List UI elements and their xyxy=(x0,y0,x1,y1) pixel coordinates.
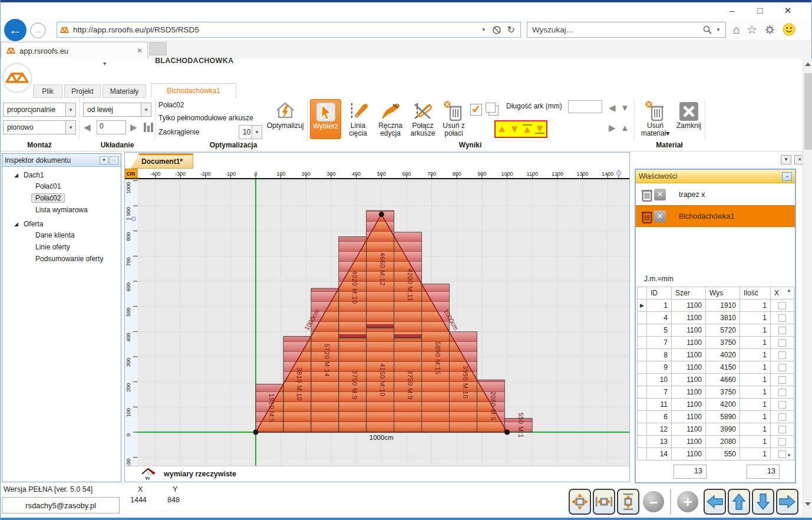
table-cell[interactable]: 3750 xyxy=(706,337,740,349)
pan-left-button[interactable] xyxy=(704,489,726,515)
search-box[interactable]: Wyszukaj... ▼ xyxy=(527,22,726,38)
tree-group-Oferta[interactable]: ◢Oferta xyxy=(14,218,121,229)
table-cell[interactable]: 1100 xyxy=(672,349,706,361)
tree-expander-icon[interactable]: ◢ xyxy=(14,221,24,227)
chevron-down-icon[interactable]: ▼ xyxy=(141,103,151,116)
table-cell[interactable]: 1 xyxy=(740,324,771,337)
table-row[interactable]: ▶1110019101 xyxy=(638,300,794,312)
zoom-fit-width-button[interactable] xyxy=(593,489,615,515)
pan-up-button[interactable] xyxy=(728,489,750,515)
tree-item-label[interactable]: Dane klienta xyxy=(35,231,75,239)
table-cell[interactable]: 13 xyxy=(647,436,672,448)
table-cell[interactable]: 1100 xyxy=(672,436,706,448)
material-item[interactable]: ✕Blchodachówka1 xyxy=(636,205,795,227)
tree-item[interactable]: Połać01 xyxy=(35,180,121,192)
chevron-down-icon[interactable]: ▼ xyxy=(65,121,75,134)
table-cell[interactable]: 1 xyxy=(740,300,771,312)
scroll-up-icon[interactable]: ▲ xyxy=(787,288,791,293)
panel-minimize-icon[interactable]: □ xyxy=(110,156,118,164)
table-cell[interactable]: 1100 xyxy=(672,399,706,411)
table-cell[interactable]: 4 xyxy=(647,312,672,324)
zoom-fit-height-button[interactable] xyxy=(617,489,639,515)
table-cell[interactable]: 11 xyxy=(647,399,672,411)
table-cell[interactable]: 3810 xyxy=(706,312,740,324)
remove-x-icon[interactable]: ✕ xyxy=(654,210,666,222)
inspector-header[interactable]: Inspektor dokumentu ▼ □ xyxy=(2,154,121,167)
table-cell[interactable]: 1 xyxy=(740,337,771,349)
table-cell[interactable]: 1100 xyxy=(672,312,706,324)
refresh-icon[interactable]: ↻ xyxy=(507,24,515,35)
table-scrollbar[interactable]: ▲ ▼ xyxy=(785,287,793,463)
table-footer-count-2[interactable]: 13 xyxy=(747,465,780,479)
remove-x-icon[interactable]: ✕ xyxy=(654,189,666,200)
home-icon[interactable]: ⌂ xyxy=(733,23,740,37)
table-cell[interactable]: 10 xyxy=(647,374,672,386)
table-cell[interactable]: 2080 xyxy=(706,436,740,448)
table-cell[interactable]: 4660 xyxy=(706,374,740,386)
close-material-button[interactable]: Zamknij xyxy=(674,99,704,139)
tab-close-icon[interactable]: ✕ xyxy=(137,47,143,55)
scrollbar-thumb[interactable] xyxy=(804,73,812,150)
sheet-length-input[interactable] xyxy=(568,100,602,113)
table-cell[interactable]: 1100 xyxy=(672,374,706,386)
table-cell[interactable]: 1100 xyxy=(672,411,706,423)
tree-expander-icon[interactable]: ◢ xyxy=(14,172,24,178)
close-icon[interactable]: ✕ xyxy=(775,3,801,18)
table-cell[interactable]: 9 xyxy=(647,361,672,374)
vertex-point[interactable] xyxy=(379,212,384,217)
table-row[interactable]: 9110041501 xyxy=(638,361,794,374)
properties-header[interactable]: Właściwości – xyxy=(636,170,795,183)
nudge-right-icon[interactable]: ▶ xyxy=(609,123,616,133)
table-row[interactable]: 8110040201 xyxy=(638,349,794,361)
tree-group-Dach1[interactable]: ◢Dach1 xyxy=(14,169,121,180)
ribbon-tab-materialy[interactable]: Materiały xyxy=(103,84,146,98)
browser-tab[interactable]: app.rsroofs.eu ✕ xyxy=(1,42,148,59)
move-to-top-icon[interactable]: ▲ xyxy=(523,124,532,134)
table-cell[interactable]: 1100 xyxy=(672,448,706,460)
tree-item-label[interactable]: Połać01 xyxy=(35,182,61,190)
column-header-Ilość[interactable]: Ilość xyxy=(740,287,771,300)
table-row[interactable]: 1411005501 xyxy=(638,448,794,460)
zoom-fit-all-button[interactable] xyxy=(569,489,591,515)
offset-left-icon[interactable]: ◀ xyxy=(84,122,91,133)
tree-item-label[interactable]: Lista wymiarowa xyxy=(35,206,88,214)
document-tab[interactable]: Document1* xyxy=(131,153,193,169)
chevron-down-icon[interactable]: ▼ xyxy=(252,126,262,139)
nudge-down-icon[interactable]: ▼ xyxy=(620,103,629,113)
search-placeholder[interactable]: Wyszukaj... xyxy=(532,25,702,34)
cut-line-tool-button[interactable]: Linia cięcia xyxy=(342,99,374,139)
table-cell[interactable]: 1 xyxy=(740,349,771,361)
panel-dropdown-icon[interactable]: ▼ xyxy=(100,156,108,164)
address-bar[interactable]: http://app.rsroofs.eu/pl/RSD5/RSD5 ▼ ↻ xyxy=(57,22,521,38)
table-row[interactable]: 13110020801 xyxy=(638,436,794,448)
back-button[interactable]: ← xyxy=(4,19,27,41)
properties-minimize-icon[interactable]: – xyxy=(782,172,792,181)
search-icon[interactable] xyxy=(702,25,712,35)
roof-diagram-canvas[interactable]: 1000cm1000cm1000cm1910 M:53810 M:105720 … xyxy=(125,169,629,466)
orientation-select[interactable]: pionowo ▼ xyxy=(3,120,76,134)
table-cell[interactable]: 1 xyxy=(740,448,771,460)
column-header-Wys[interactable]: Wys xyxy=(706,287,740,300)
table-row[interactable]: 7110037501 xyxy=(638,337,794,349)
table-cell[interactable]: 5720 xyxy=(706,324,740,337)
table-cell[interactable]: 1100 xyxy=(672,361,706,374)
tree-item[interactable]: Dane klienta xyxy=(35,229,121,241)
table-cell[interactable]: 1 xyxy=(740,386,771,399)
favorites-star-icon[interactable]: ☆ xyxy=(747,22,757,37)
table-cell[interactable]: 1 xyxy=(740,399,771,411)
table-row[interactable]: 7110037501 xyxy=(638,386,794,399)
table-cell[interactable]: 1 xyxy=(740,361,771,374)
trash-icon[interactable] xyxy=(641,209,653,223)
table-row[interactable]: 11110042001 xyxy=(638,399,794,411)
minimize-icon[interactable]: – xyxy=(719,2,745,18)
user-account-box[interactable]: rsdachy5@zasoby.pl xyxy=(2,497,120,514)
layout-from-select[interactable]: od lewej ▼ xyxy=(83,103,151,117)
table-cell[interactable]: 4150 xyxy=(706,361,740,374)
scrollbar-up-icon[interactable] xyxy=(805,62,811,66)
scroll-down-icon[interactable]: ▼ xyxy=(787,453,791,458)
table-row[interactable]: 6110058901 xyxy=(638,411,794,423)
full-modules-label[interactable]: Tylko pełnomodułowe arkusze xyxy=(159,114,253,122)
tree-item[interactable]: Linie oferty xyxy=(35,241,121,253)
distribute-bars-icon[interactable] xyxy=(144,123,153,132)
vertex-point[interactable] xyxy=(504,430,510,435)
